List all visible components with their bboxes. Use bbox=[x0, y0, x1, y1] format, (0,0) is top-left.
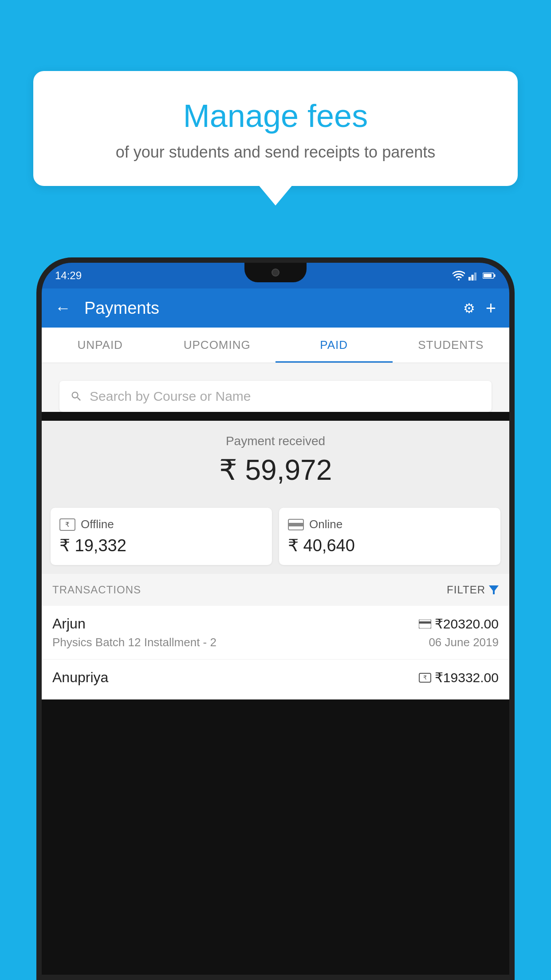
txn-name-1: Arjun bbox=[52, 616, 86, 632]
offline-label: Offline bbox=[81, 518, 114, 531]
transactions-header: TRANSACTIONS FILTER bbox=[42, 574, 509, 606]
offline-card: ₹ Offline ₹ 19,332 bbox=[51, 508, 272, 565]
signal-icon bbox=[468, 271, 479, 281]
payment-cards: ₹ Offline ₹ 19,332 Online ₹ 40,640 bbox=[42, 499, 509, 574]
txn-date-1: 06 June 2019 bbox=[429, 636, 499, 649]
phone-frame: 14:29 ← Payments ⚙ bbox=[36, 257, 515, 980]
wifi-icon bbox=[453, 271, 465, 281]
settings-icon[interactable]: ⚙ bbox=[463, 300, 475, 316]
svg-rect-8 bbox=[419, 621, 431, 624]
svg-rect-2 bbox=[474, 273, 476, 281]
back-button[interactable]: ← bbox=[55, 299, 71, 317]
transaction-row[interactable]: Arjun ₹20320.00 Physics Batch 12 Install… bbox=[42, 606, 509, 660]
tab-upcoming[interactable]: UPCOMING bbox=[159, 328, 276, 363]
payment-summary: Payment received ₹ 59,972 bbox=[42, 421, 509, 499]
offline-payment-icon-2: ₹ bbox=[419, 673, 431, 683]
txn-amount-2: ₹ ₹19332.00 bbox=[419, 670, 499, 685]
offline-icon: ₹ bbox=[59, 518, 75, 531]
svg-rect-1 bbox=[472, 275, 474, 281]
txn-bottom-1: Physics Batch 12 Installment - 2 06 June… bbox=[52, 636, 499, 649]
tabs-bar: UNPAID UPCOMING PAID STUDENTS bbox=[42, 328, 509, 363]
search-placeholder: Search by Course or Name bbox=[90, 389, 251, 404]
tab-students[interactable]: STUDENTS bbox=[393, 328, 510, 363]
svg-rect-7 bbox=[419, 620, 431, 628]
search-icon bbox=[70, 390, 83, 403]
bubble-subtitle: of your students and send receipts to pa… bbox=[55, 143, 496, 162]
txn-amount-1: ₹20320.00 bbox=[419, 616, 499, 632]
search-bar[interactable]: Search by Course or Name bbox=[59, 381, 492, 412]
header-title: Payments bbox=[84, 299, 454, 318]
payment-received-label: Payment received bbox=[51, 434, 500, 448]
filter-button[interactable]: FILTER bbox=[447, 584, 499, 596]
status-icons bbox=[453, 271, 496, 281]
offline-card-header: ₹ Offline bbox=[59, 518, 263, 531]
tab-paid[interactable]: PAID bbox=[276, 328, 393, 363]
notch bbox=[244, 263, 307, 282]
txn-top-2: Anupriya ₹ ₹19332.00 bbox=[52, 669, 499, 686]
online-card-header: Online bbox=[288, 518, 492, 531]
status-bar: 14:29 bbox=[42, 263, 509, 288]
svg-marker-6 bbox=[489, 585, 499, 594]
svg-rect-5 bbox=[484, 274, 492, 277]
tab-unpaid[interactable]: UNPAID bbox=[42, 328, 159, 363]
filter-label: FILTER bbox=[447, 584, 485, 596]
txn-course-1: Physics Batch 12 Installment - 2 bbox=[52, 636, 216, 649]
online-icon bbox=[288, 519, 304, 530]
svg-rect-0 bbox=[468, 277, 471, 281]
bubble-title: Manage fees bbox=[55, 98, 496, 134]
txn-name-2: Anupriya bbox=[52, 669, 108, 686]
camera-dot bbox=[272, 269, 279, 277]
online-label: Online bbox=[309, 518, 342, 531]
online-amount: ₹ 40,640 bbox=[288, 536, 492, 555]
offline-amount: ₹ 19,332 bbox=[59, 536, 263, 555]
header-icons: ⚙ + bbox=[463, 298, 496, 318]
online-card: Online ₹ 40,640 bbox=[279, 508, 500, 565]
transaction-row-2[interactable]: Anupriya ₹ ₹19332.00 bbox=[42, 660, 509, 699]
filter-icon bbox=[489, 585, 499, 594]
battery-icon bbox=[483, 272, 496, 279]
payment-total-amount: ₹ 59,972 bbox=[51, 454, 500, 486]
txn-top-1: Arjun ₹20320.00 bbox=[52, 616, 499, 632]
online-payment-icon-1 bbox=[419, 620, 431, 628]
app-header: ← Payments ⚙ + bbox=[42, 288, 509, 328]
svg-rect-4 bbox=[494, 274, 496, 277]
add-icon[interactable]: + bbox=[486, 298, 496, 318]
status-time: 14:29 bbox=[55, 269, 82, 282]
transactions-label: TRANSACTIONS bbox=[52, 584, 141, 596]
speech-bubble: Manage fees of your students and send re… bbox=[33, 71, 518, 186]
